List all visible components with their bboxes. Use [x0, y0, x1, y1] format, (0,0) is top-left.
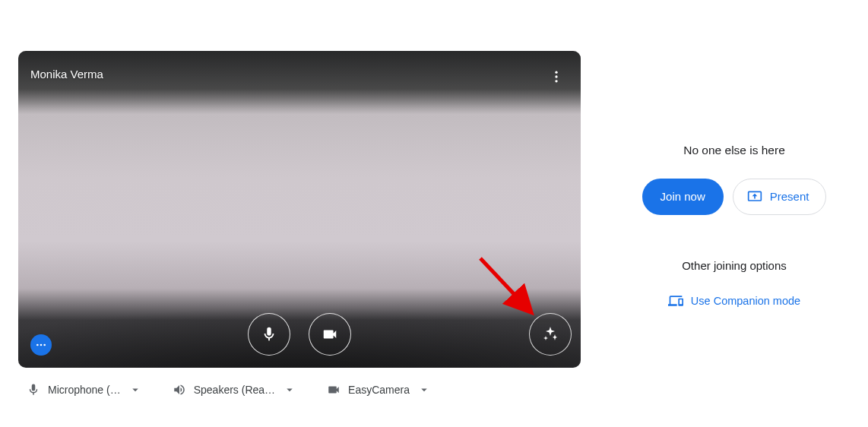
more-vert-icon	[549, 69, 564, 84]
meeting-status-text: No one else is here	[683, 144, 785, 157]
join-buttons-row: Join now Present	[642, 179, 827, 215]
visual-effects-button[interactable]	[529, 313, 572, 356]
microphone-label: Microphone (…	[48, 384, 121, 396]
svg-point-2	[555, 80, 557, 82]
other-options-title: Other joining options	[682, 259, 787, 272]
overflow-blue-button[interactable]	[30, 334, 52, 356]
participant-name: Monika Verma	[30, 68, 103, 81]
microphone-icon	[261, 326, 277, 343]
present-label: Present	[770, 190, 809, 203]
video-more-menu[interactable]	[541, 62, 572, 92]
svg-point-0	[555, 71, 557, 74]
camera-selector[interactable]: EasyCamera	[327, 383, 431, 397]
devices-icon	[668, 293, 683, 308]
present-button[interactable]: Present	[733, 179, 827, 215]
videocam-icon	[322, 326, 338, 343]
svg-line-6	[480, 258, 529, 310]
present-icon	[747, 189, 762, 204]
speaker-selector[interactable]: Speakers (Rea…	[173, 383, 296, 397]
device-selector-row: Microphone (… Speakers (Rea… EasyCamera	[18, 383, 600, 397]
speaker-icon	[173, 383, 186, 397]
red-arrow-annotation	[473, 251, 549, 327]
microphone-icon	[27, 383, 40, 397]
svg-point-5	[43, 344, 46, 346]
svg-point-1	[555, 75, 557, 77]
av-control-bar	[248, 313, 351, 356]
chevron-down-icon	[417, 383, 431, 397]
video-preview: Monika Verma	[18, 51, 581, 368]
chevron-down-icon	[128, 383, 142, 397]
companion-mode-link[interactable]: Use Companion mode	[668, 293, 800, 308]
join-now-button[interactable]: Join now	[642, 179, 724, 215]
microphone-selector[interactable]: Microphone (…	[27, 383, 142, 397]
svg-point-3	[36, 344, 39, 346]
camera-toggle-button[interactable]	[309, 313, 351, 356]
companion-label: Use Companion mode	[691, 295, 800, 307]
speaker-label: Speakers (Rea…	[194, 384, 275, 396]
sparkle-icon	[541, 325, 559, 343]
camera-label: EasyCamera	[348, 384, 410, 396]
more-horiz-icon	[35, 339, 47, 351]
videocam-icon	[327, 383, 341, 397]
svg-point-4	[40, 344, 43, 346]
mic-toggle-button[interactable]	[248, 313, 290, 356]
chevron-down-icon	[283, 383, 296, 397]
